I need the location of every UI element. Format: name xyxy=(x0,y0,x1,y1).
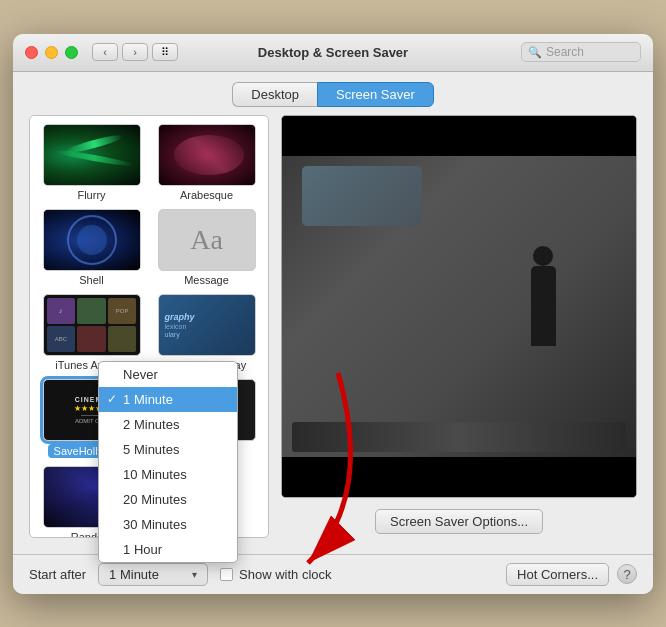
traffic-lights xyxy=(25,46,78,59)
search-icon: 🔍 xyxy=(528,46,542,59)
search-placeholder: Search xyxy=(546,45,584,59)
dropdown-item-never[interactable]: Never xyxy=(99,362,237,387)
screensaver-label: Flurry xyxy=(77,189,105,201)
list-item[interactable]: Arabesque xyxy=(153,124,260,201)
screensaver-thumbnail: ♪ POP ABC xyxy=(43,294,141,356)
window-title: Desktop & Screen Saver xyxy=(258,45,408,60)
dropdown-item-20min[interactable]: 20 Minutes xyxy=(99,487,237,512)
titlebar: ‹ › ⠿ Desktop & Screen Saver 🔍 Search xyxy=(13,34,653,72)
options-row: Screen Saver Options... xyxy=(281,506,637,538)
search-box[interactable]: 🔍 Search xyxy=(521,42,641,62)
bottom-bar: Start after 1 Minute ▾ Never 1 Minute 2 … xyxy=(13,554,653,594)
screensaver-thumbnail: Aa xyxy=(158,209,256,271)
help-button[interactable]: ? xyxy=(617,564,637,584)
screensaver-thumbnail: graphy lexicon ulary xyxy=(158,294,256,356)
dropdown-current-value: 1 Minute xyxy=(109,567,159,582)
tab-screensaver[interactable]: Screen Saver xyxy=(317,82,434,107)
dropdown-item-5min[interactable]: 5 Minutes xyxy=(99,437,237,462)
hot-corners-button[interactable]: Hot Corners... xyxy=(506,563,609,586)
dropdown-item-2min[interactable]: 2 Minutes xyxy=(99,412,237,437)
minimize-button[interactable] xyxy=(45,46,58,59)
preview-area xyxy=(281,115,637,498)
screen-saver-options-button[interactable]: Screen Saver Options... xyxy=(375,509,543,534)
screensaver-label: Message xyxy=(184,274,229,286)
start-after-dropdown[interactable]: 1 Minute ▾ xyxy=(98,563,208,586)
right-panel: Screen Saver Options... xyxy=(281,115,637,538)
start-after-label: Start after xyxy=(29,567,86,582)
back-button[interactable]: ‹ xyxy=(92,43,118,61)
screensaver-thumbnail xyxy=(43,209,141,271)
dropdown-item-1hour[interactable]: 1 Hour xyxy=(99,537,237,562)
main-window: ‹ › ⠿ Desktop & Screen Saver 🔍 Search De… xyxy=(13,34,653,594)
screensaver-thumbnail xyxy=(158,124,256,186)
list-item[interactable]: graphy lexicon ulary Word of the Day xyxy=(153,294,260,371)
dropdown-item-10min[interactable]: 10 Minutes xyxy=(99,462,237,487)
screensaver-label: Arabesque xyxy=(180,189,233,201)
tabs-bar: Desktop Screen Saver xyxy=(13,72,653,115)
dropdown-arrow-icon: ▾ xyxy=(192,569,197,580)
show-clock-label: Show with clock xyxy=(239,567,331,582)
screensaver-thumbnail xyxy=(43,124,141,186)
nav-buttons: ‹ › xyxy=(92,43,148,61)
forward-button[interactable]: › xyxy=(122,43,148,61)
tab-desktop[interactable]: Desktop xyxy=(232,82,317,107)
start-after-dropdown-container: 1 Minute ▾ Never 1 Minute 2 Minutes 5 Mi… xyxy=(98,563,208,586)
dropdown-menu: Never 1 Minute 2 Minutes 5 Minutes 10 Mi… xyxy=(98,361,238,563)
close-button[interactable] xyxy=(25,46,38,59)
grid-button[interactable]: ⠿ xyxy=(152,43,178,61)
show-clock-checkbox[interactable] xyxy=(220,568,233,581)
dropdown-item-1min[interactable]: 1 Minute xyxy=(99,387,237,412)
list-item[interactable]: Shell xyxy=(38,209,145,286)
screensaver-label: Shell xyxy=(79,274,103,286)
list-item[interactable]: ♪ POP ABC iTunes Artwork xyxy=(38,294,145,371)
maximize-button[interactable] xyxy=(65,46,78,59)
list-item[interactable]: Aa Message xyxy=(153,209,260,286)
list-item[interactable]: Flurry xyxy=(38,124,145,201)
dropdown-item-30min[interactable]: 30 Minutes xyxy=(99,512,237,537)
show-with-clock-container: Show with clock xyxy=(220,567,331,582)
